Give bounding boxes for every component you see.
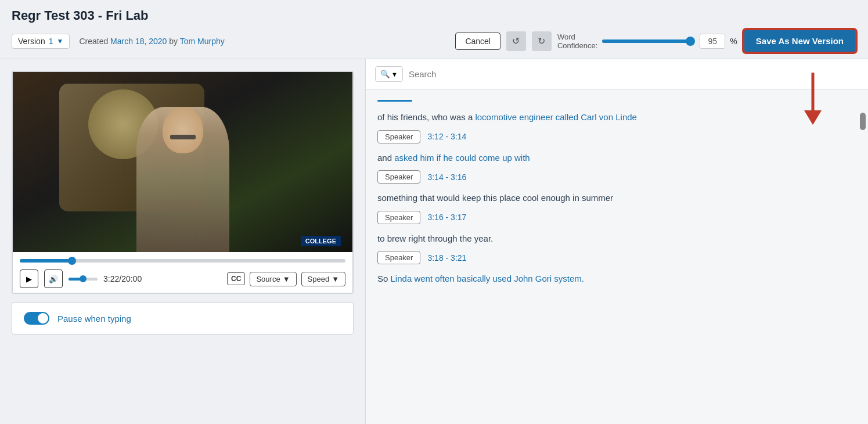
transcript-meta: Speaker 3:14 - 3:16 [377,170,856,184]
app-container: Regr Test 303 - Fri Lab Version 1 ▼ Crea… [0,0,868,424]
right-panel: 🔍 ▼ of his friends, who was a locomotive… [366,59,868,424]
confidence-value[interactable]: 95 [700,34,725,49]
confidence-slider[interactable] [602,39,695,43]
speed-chevron-icon: ▼ [332,275,339,283]
undo-button[interactable]: ↺ [506,31,526,51]
video-screen: COLLEGE [13,72,352,252]
chevron-down-icon: ▼ [57,37,64,45]
source-chevron-icon: ▼ [283,275,290,283]
version-selector[interactable]: Version 1 ▼ [12,34,70,49]
save-new-version-button[interactable]: Save As New Version [743,29,856,53]
play-button[interactable]: ▶ [20,270,38,288]
slider-thumb [686,37,695,46]
time-badge: 3:16 - 3:17 [427,213,466,222]
volume-icon: 🔊 [49,275,58,283]
source-button[interactable]: Source ▼ [250,272,296,286]
word-confidence-control: WordConfidence: 95 % [557,33,737,50]
slider-fill [602,39,690,43]
search-chevron-icon: ▼ [391,71,398,78]
toggle-knob [38,313,48,324]
transcript-line: something that would keep this place coo… [377,192,856,205]
speaker-badge: Speaker [377,251,420,264]
created-info: Created March 18, 2020 by Tom Murphy [79,37,224,46]
volume-slider[interactable] [69,278,98,281]
speaker-badge: Speaker [377,211,420,224]
transcript-line: of his friends, who was a locomotive eng… [377,111,856,124]
page-title: Regr Test 303 - Fri Lab [12,8,856,23]
speaker-badge: Speaker [377,170,420,184]
college-badge: COLLEGE [301,236,341,246]
transcript-panel: of his friends, who was a locomotive eng… [366,89,868,424]
percent-label: % [730,37,737,46]
pause-label: Pause when typing [57,314,131,324]
transcript-divider [377,100,412,102]
cc-button[interactable]: CC [227,272,245,285]
volume-button[interactable]: 🔊 [44,270,63,288]
play-icon: ▶ [26,275,32,283]
search-bar: 🔍 ▼ [366,59,868,89]
time-badge: 3:14 - 3:16 [427,173,466,182]
transcript-meta: Speaker 3:16 - 3:17 [377,211,856,224]
speed-button[interactable]: Speed ▼ [301,272,345,286]
video-background: COLLEGE [13,72,352,252]
video-container: COLLEGE ▶ 🔊 [12,71,354,294]
search-input[interactable] [409,69,859,79]
transcript-meta: Speaker 3:18 - 3:21 [377,251,856,264]
volume-thumb [80,275,87,282]
left-panel: COLLEGE ▶ 🔊 [0,59,366,424]
transcript-line: So Linda went often basically used John … [377,272,856,286]
pause-toggle[interactable] [24,312,49,325]
undo-icon: ↺ [512,35,520,46]
video-progress-bar[interactable] [20,259,345,263]
time-display: 3:22/20:00 [103,274,142,283]
transcript-line: and asked him if he could come up with [377,152,856,165]
header-right-controls: Cancel ↺ ↻ WordConfidence: 95 [455,29,856,53]
time-badge: 3:12 - 3:14 [427,132,466,141]
progress-fill [20,259,72,263]
search-icon-button[interactable]: 🔍 ▼ [375,66,403,82]
search-icon: 🔍 [380,70,390,78]
version-label: Version [18,37,45,46]
header-controls: Version 1 ▼ Created March 18, 2020 by To… [12,29,856,59]
speaker-badge: Speaker [377,130,420,143]
redo-button[interactable]: ↻ [532,31,552,51]
word-confidence-label: WordConfidence: [557,33,597,50]
transcript-meta: Speaker 3:12 - 3:14 [377,130,856,143]
progress-thumb [68,257,76,265]
video-controls: ▶ 🔊 3:22/20:00 CC Source ▼ [13,265,352,293]
pause-panel: Pause when typing [12,302,354,335]
main-content: COLLEGE ▶ 🔊 [0,59,868,424]
cancel-button[interactable]: Cancel [455,33,500,50]
header: Regr Test 303 - Fri Lab Version 1 ▼ Crea… [0,0,868,59]
transcript-line: to brew right through the year. [377,232,856,246]
version-number: 1 [49,37,53,46]
scrollbar-indicator [860,113,866,130]
redo-icon: ↻ [538,35,545,46]
time-badge: 3:18 - 3:21 [427,253,466,263]
